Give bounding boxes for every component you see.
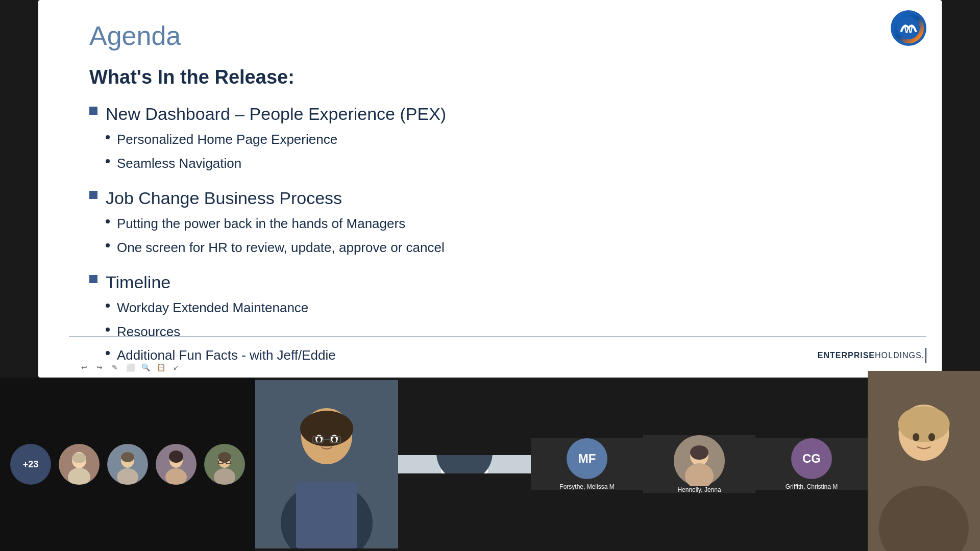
svg-point-35 [436, 455, 493, 473]
holdings-text: HOLDINGS. [875, 351, 924, 360]
sub-bullets-job: Putting the power back in the hands of M… [106, 214, 445, 257]
participant-count[interactable]: +23 [10, 444, 51, 485]
bullet-l2-text-power: Putting the power back in the hands of M… [117, 214, 405, 233]
speaker-silhouette [255, 380, 398, 548]
svg-point-12 [169, 450, 183, 463]
svg-point-4 [72, 453, 86, 463]
bullets-container: New Dashboard – People Experience (PEX)P… [89, 103, 911, 369]
last-person-video [868, 371, 980, 552]
bullet-l2-text-workday-ext: Workday Extended Maintenance [117, 298, 308, 317]
svg-point-8 [121, 452, 134, 462]
bullet-l2-text-nav: Seamless Navigation [117, 154, 241, 172]
toolbar-arrow-icon[interactable]: ↙ [171, 362, 181, 372]
bullet-l2-nav: Seamless Navigation [106, 154, 446, 172]
svg-point-44 [913, 433, 919, 441]
bullet-l1-marker-timeline [89, 275, 97, 283]
bullet-l1-timeline: TimelineWorkday Extended MaintenanceReso… [89, 271, 911, 369]
bullet-l2-marker-nav [106, 159, 110, 163]
bullet-l2-marker-home [106, 135, 110, 139]
avatar-mf: MF [567, 438, 607, 479]
bullet-l2-marker-fun-facts [106, 351, 110, 355]
bullet-l1-text-job: Job Change Business Process [106, 187, 445, 209]
avatar-mf-initials: MF [578, 452, 596, 466]
bullet-l2-marker-resources [106, 328, 110, 332]
named-tile-mf: MF Forsythe, Melissa M [531, 438, 643, 490]
enterprise-text: ENTERPRISE [818, 351, 875, 360]
bullet-l1-marker-pex [89, 107, 97, 115]
svg-point-38 [690, 445, 708, 460]
slide-divider [69, 336, 926, 337]
bullet-l2-marker-workday-ext [106, 304, 110, 308]
svg-point-28 [332, 437, 336, 442]
bullet-l2-marker-screen [106, 243, 110, 247]
video-tile-last [868, 371, 980, 552]
named-tile-jh: Hennelly, Jenna [643, 435, 755, 493]
label-jh: Hennelly, Jenna [677, 486, 721, 493]
bullet-l1-job: Job Change Business ProcessPutting the p… [89, 187, 911, 262]
bullet-l1-pex: New Dashboard – People Experience (PEX)P… [89, 103, 911, 178]
svg-text:W: W [904, 25, 913, 35]
bullet-l2-marker-power [106, 219, 110, 223]
toolbar-redo-icon[interactable]: ↪ [94, 362, 105, 372]
svg-point-45 [928, 433, 935, 441]
toolbar-square-icon[interactable]: ⬜ [125, 362, 135, 372]
bullet-l2-power: Putting the power back in the hands of M… [106, 214, 445, 233]
video-bar: +23 [0, 378, 980, 551]
toolbar-copy-icon[interactable]: 📋 [156, 362, 166, 372]
toolbar-zoom-icon[interactable]: 🔍 [140, 362, 151, 372]
toolbar-undo-icon[interactable]: ↩ [79, 362, 89, 372]
video-tile-2: Powering HR [398, 455, 531, 473]
svg-rect-32 [296, 482, 357, 548]
enterprise-logo: ENTERPRISE HOLDINGS. [818, 348, 926, 363]
eh-divider [925, 348, 926, 363]
agenda-title: Agenda [89, 20, 911, 51]
avatar-cg: CG [791, 438, 832, 479]
bullet-l2-text-screen: One screen for HR to review, update, app… [117, 238, 445, 257]
participant-avatar-1[interactable] [59, 444, 100, 485]
bullet-l2-home: Personalized Home Page Experience [106, 130, 446, 148]
participant-avatar-4[interactable] [204, 444, 245, 485]
bullet-l1-marker-job [89, 191, 97, 199]
label-mf: Forsythe, Melissa M [559, 483, 614, 490]
bullet-l2-fun-facts: Additional Fun Facts - with Jeff/Eddie [106, 346, 336, 364]
bullet-l2-resources: Resources [106, 322, 336, 341]
bullet-l2-text-home: Personalized Home Page Experience [117, 130, 337, 148]
svg-point-27 [317, 437, 321, 442]
bullet-l1-text-timeline: Timeline [106, 271, 336, 293]
workday-logo-inner: W [893, 13, 924, 43]
participants-strip: +23 [0, 378, 255, 551]
toolbar-edit-icon[interactable]: ✎ [110, 362, 120, 372]
video-tile-1 [255, 380, 398, 548]
participant-avatar-3[interactable] [156, 444, 197, 485]
slide-content: W Agenda What's In the Release: New Dash… [38, 0, 942, 378]
slide-area: W Agenda What's In the Release: New Dash… [38, 0, 942, 378]
sub-bullets-pex: Personalized Home Page ExperienceSeamles… [106, 130, 446, 172]
slide-toolbar: ↩ ↪ ✎ ⬜ 🔍 📋 ↙ [79, 362, 181, 372]
bullet-l2-text-resources: Resources [117, 322, 180, 341]
label-cg: Griffith, Christina M [786, 483, 838, 490]
svg-point-42 [898, 406, 949, 442]
bullet-l2-text-fun-facts: Additional Fun Facts - with Jeff/Eddie [117, 346, 336, 364]
bullet-l2-workday-ext: Workday Extended Maintenance [106, 298, 336, 317]
bullet-l2-screen: One screen for HR to review, update, app… [106, 238, 445, 257]
avatar-cg-initials: CG [802, 452, 821, 466]
named-tile-cg: CG Griffith, Christina M [755, 438, 868, 490]
powering-hr-tile: Powering HR [398, 455, 531, 473]
participant-avatar-2[interactable] [107, 444, 148, 485]
avatar-jh-img [674, 435, 725, 486]
main-heading: What's In the Release: [89, 66, 911, 88]
workday-logo: W [891, 10, 926, 46]
svg-point-23 [300, 411, 353, 446]
bullet-l1-text-pex: New Dashboard – People Experience (PEX) [106, 103, 446, 125]
sub-bullets-timeline: Workday Extended MaintenanceResourcesAdd… [106, 298, 336, 364]
